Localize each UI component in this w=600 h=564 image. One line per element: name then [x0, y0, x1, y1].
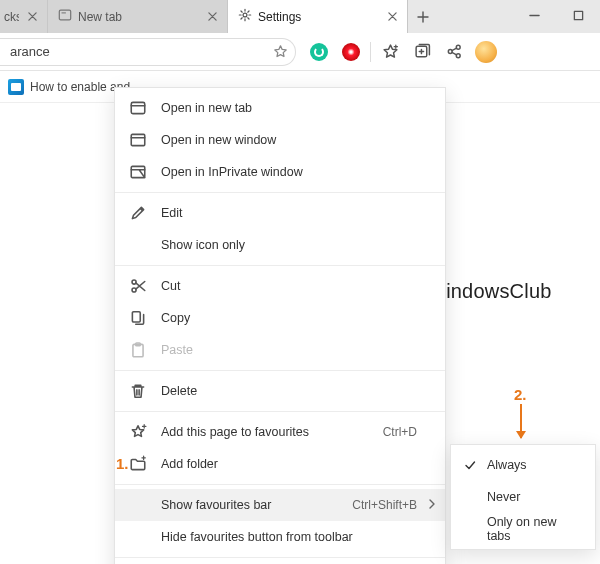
menu-label: Add folder	[161, 457, 417, 471]
menu-show-favourites-bar[interactable]: Show favourites bar Ctrl+Shift+B	[115, 489, 445, 521]
separator	[115, 192, 445, 193]
close-icon[interactable]	[385, 10, 399, 24]
close-icon[interactable]	[205, 10, 219, 24]
address-text: arance	[10, 44, 271, 59]
pencil-icon	[129, 204, 147, 222]
submenu-label: Never	[487, 490, 520, 504]
titlebar: cks, H New tab Settings	[0, 0, 600, 33]
collections-icon[interactable]	[407, 37, 437, 67]
opera-icon[interactable]	[336, 37, 366, 67]
submenu-never[interactable]: Never	[451, 481, 595, 513]
blank-icon	[129, 496, 147, 514]
menu-label: Cut	[161, 279, 417, 293]
maximize-button[interactable]	[556, 0, 600, 30]
close-icon[interactable]	[25, 10, 39, 24]
minimize-button[interactable]	[512, 0, 556, 30]
bookmark-favicon	[8, 79, 24, 95]
new-tab-button[interactable]	[408, 0, 438, 33]
tab-label: New tab	[78, 10, 199, 24]
menu-shortcut: Ctrl+Shift+B	[352, 498, 417, 512]
menu-hide-favourites-button[interactable]: Hide favourites button from toolbar	[115, 521, 445, 553]
menu-delete[interactable]: Delete	[115, 375, 445, 407]
separator	[115, 265, 445, 266]
toolbar: arance	[0, 33, 600, 71]
menu-label: Show favourites bar	[161, 498, 338, 512]
grammarly-icon[interactable]	[304, 37, 334, 67]
separator	[115, 557, 445, 558]
svg-rect-8	[131, 102, 145, 113]
address-bar[interactable]: arance	[0, 38, 296, 66]
toolbar-actions	[304, 37, 501, 67]
menu-label: Open in InPrivate window	[161, 165, 417, 179]
submenu-label: Only on new tabs	[487, 515, 583, 543]
new-tab-icon	[129, 99, 147, 117]
window-controls	[512, 0, 600, 30]
tab-truncated[interactable]: cks, H	[0, 0, 48, 33]
check-icon	[463, 459, 477, 471]
gear-icon	[238, 8, 252, 25]
menu-label: Add this page to favourites	[161, 425, 369, 439]
star-plus-icon	[129, 423, 147, 441]
menu-cut[interactable]: Cut	[115, 270, 445, 302]
profile-avatar[interactable]	[471, 37, 501, 67]
chevron-right-icon	[427, 498, 437, 512]
svg-rect-3	[574, 11, 582, 19]
svg-rect-1	[62, 12, 66, 13]
menu-edit[interactable]: Edit	[115, 197, 445, 229]
context-menu: Open in new tab Open in new window Open …	[114, 87, 446, 564]
menu-shortcut: Ctrl+D	[383, 425, 417, 439]
menu-label: Open in new tab	[161, 101, 417, 115]
newtab-page-icon	[58, 8, 72, 25]
callout-arrow	[520, 404, 522, 438]
separator	[115, 370, 445, 371]
separator	[370, 42, 371, 62]
svg-rect-9	[131, 134, 145, 145]
inprivate-icon	[129, 163, 147, 181]
callout-two: 2.	[514, 386, 527, 403]
submenu-always[interactable]: Always	[451, 449, 595, 481]
favourites-button[interactable]	[375, 37, 405, 67]
menu-label: Show icon only	[161, 238, 417, 252]
tab-settings[interactable]: Settings	[228, 0, 408, 33]
menu-label: Open in new window	[161, 133, 417, 147]
menu-label: Edit	[161, 206, 417, 220]
favourite-star-icon[interactable]	[271, 44, 289, 59]
menu-add-folder[interactable]: Add folder	[115, 448, 445, 480]
trash-icon	[129, 382, 147, 400]
menu-label: Hide favourites button from toolbar	[161, 530, 417, 544]
callout-one: 1.	[116, 455, 129, 472]
menu-label: Delete	[161, 384, 417, 398]
menu-add-page-favourites[interactable]: Add this page to favourites Ctrl+D	[115, 416, 445, 448]
menu-label: Copy	[161, 311, 417, 325]
menu-show-icon-only[interactable]: Show icon only	[115, 229, 445, 261]
share-icon[interactable]	[439, 37, 469, 67]
folder-plus-icon	[129, 455, 147, 473]
separator	[115, 484, 445, 485]
submenu-label: Always	[487, 458, 527, 472]
window-icon	[129, 131, 147, 149]
copy-icon	[129, 309, 147, 327]
tab-label: Settings	[258, 10, 379, 24]
menu-open-inprivate[interactable]: Open in InPrivate window	[115, 156, 445, 188]
paste-icon	[129, 341, 147, 359]
menu-open-new-window[interactable]: Open in new window	[115, 124, 445, 156]
separator	[115, 411, 445, 412]
menu-copy[interactable]: Copy	[115, 302, 445, 334]
submenu-only-new-tabs[interactable]: Only on new tabs	[451, 513, 595, 545]
menu-paste: Paste	[115, 334, 445, 366]
tab-label: cks, H	[4, 10, 19, 24]
svg-point-2	[243, 13, 247, 17]
tab-newtab[interactable]: New tab	[48, 0, 228, 33]
menu-label: Paste	[161, 343, 417, 357]
tab-strip: cks, H New tab Settings	[0, 0, 438, 33]
submenu-show-favourites-bar: Always Never Only on new tabs	[450, 444, 596, 550]
menu-open-new-tab[interactable]: Open in new tab	[115, 92, 445, 124]
svg-rect-0	[59, 10, 70, 20]
svg-rect-13	[132, 312, 140, 322]
scissors-icon	[129, 277, 147, 295]
